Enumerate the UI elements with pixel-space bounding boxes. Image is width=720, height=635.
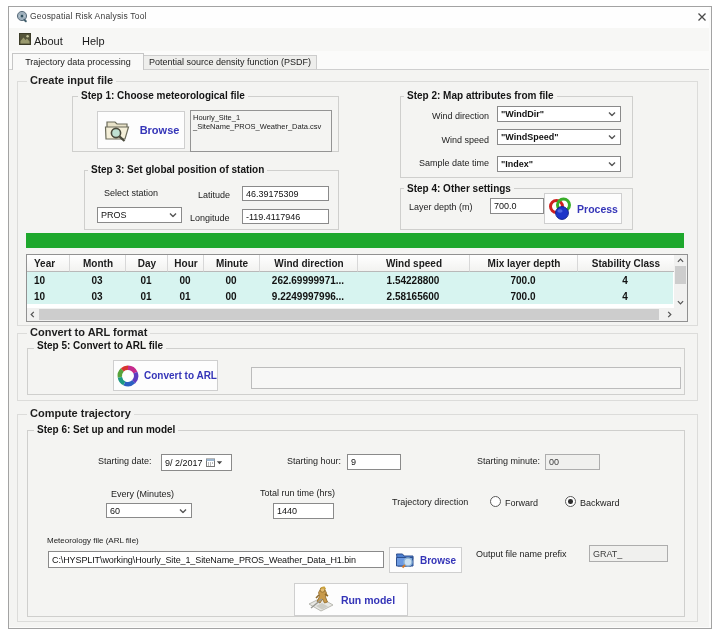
grid-cell[interactable]: 03 [69, 272, 125, 288]
window-title: Geospatial Risk Analysis Tool [30, 11, 147, 21]
grid-header-cell[interactable]: Minute [203, 255, 260, 272]
total-run-time-input[interactable]: 1440 [273, 503, 334, 519]
chevron-down-icon [608, 135, 616, 140]
grid-cell[interactable]: 00 [167, 272, 203, 288]
scroll-left-icon[interactable] [30, 311, 35, 318]
scroll-up-icon[interactable] [677, 258, 684, 263]
every-minutes-label: Every (Minutes) [111, 489, 174, 499]
grid-cell[interactable]: 00 [203, 288, 259, 304]
menu-item-about[interactable]: About [34, 35, 63, 47]
starting-minute-label: Starting minute: [477, 456, 540, 466]
calendar-icon [206, 458, 215, 467]
radio-forward[interactable] [490, 496, 501, 507]
grid-header-cell[interactable]: Wind direction [259, 255, 358, 272]
sample-date-time-combobox[interactable]: "Index" [497, 156, 621, 172]
starting-date-value: 9/ 2/2017 [165, 458, 203, 468]
tab-trajectory-data-processing[interactable]: Trajectory data processing [12, 53, 144, 70]
output-prefix-input[interactable]: GRAT_ [589, 545, 668, 562]
sample-date-time-label: Sample date time [412, 158, 489, 168]
data-grid[interactable]: YearMonthDayHourMinuteWind directionWind… [26, 254, 688, 322]
longitude-value: -119.4117946 [246, 212, 300, 222]
grid-header-cell[interactable]: Stability Class [577, 255, 674, 272]
trajectory-direction-label: Trajectory direction [392, 497, 468, 507]
step2-label: Step 2: Map attributes from file [404, 91, 557, 101]
scroll-down-icon[interactable] [677, 300, 684, 305]
longitude-input[interactable]: -119.4117946 [242, 209, 329, 224]
radio-backward[interactable] [565, 496, 576, 507]
tab-psdf[interactable]: Potential source density function (PSDF) [143, 55, 317, 69]
grid-cell[interactable]: 2.58165600 [357, 288, 469, 304]
grid-cell[interactable]: 262.69999971... [259, 272, 357, 288]
chevron-down-icon [608, 162, 616, 167]
grid-header-cell[interactable]: Day [125, 255, 168, 272]
grid-cell[interactable]: 700.0 [469, 288, 577, 304]
process-button[interactable]: Process [544, 193, 622, 224]
grid-hscrollbar[interactable] [27, 308, 675, 321]
latitude-input[interactable]: 46.39175309 [242, 186, 329, 201]
close-icon[interactable] [694, 9, 710, 25]
starting-date-picker[interactable]: 9/ 2/2017 [161, 454, 232, 471]
scroll-right-icon[interactable] [667, 311, 672, 318]
output-prefix-label: Output file name prefix [476, 549, 567, 559]
wind-speed-value: "WindSpeed" [501, 132, 558, 142]
station-value: PROS [101, 210, 127, 220]
grid-cell[interactable]: 9.2249997996... [259, 288, 357, 304]
grid-cell[interactable]: 01 [167, 288, 203, 304]
latitude-value: 46.39175309 [246, 189, 299, 199]
chevron-down-icon [179, 508, 187, 513]
group-create-input-file-label: Create input file [27, 75, 116, 86]
grid-header-cell[interactable]: Month [69, 255, 126, 272]
grid-cell[interactable]: 00 [203, 272, 259, 288]
grid-header-cell[interactable]: Mix layer depth [469, 255, 578, 272]
grid-header-cell[interactable]: Hour [167, 255, 204, 272]
menu-item-help[interactable]: Help [82, 35, 105, 47]
wind-speed-combobox[interactable]: "WindSpeed" [497, 129, 621, 145]
grid-header-cell[interactable]: Wind speed [357, 255, 470, 272]
backward-label: Backward [580, 498, 620, 508]
grid-cell[interactable]: 4 [577, 288, 673, 304]
about-icon [19, 33, 31, 45]
layer-depth-input[interactable]: 700.0 [490, 198, 544, 214]
folder-search-icon [103, 116, 135, 144]
grid-cell[interactable]: 03 [69, 288, 125, 304]
convert-arl-icon [116, 364, 140, 388]
grid-cell[interactable]: 4 [577, 272, 673, 288]
run-model-button[interactable]: Run model [294, 583, 408, 616]
process-button-label: Process [577, 203, 618, 215]
wind-speed-label: Wind speed [422, 135, 489, 145]
grid-vscroll-thumb[interactable] [675, 266, 686, 284]
latitude-label: Latitude [198, 190, 230, 200]
wind-direction-value: "WindDir" [501, 109, 544, 119]
grid-cell[interactable]: 01 [125, 288, 167, 304]
browse-button[interactable]: Browse [97, 111, 185, 149]
output-prefix-value: GRAT_ [593, 549, 622, 559]
grid-vscrollbar[interactable] [674, 255, 687, 308]
arl-browse-button[interactable]: Browse [389, 547, 462, 573]
grid-cell[interactable]: 1.54228800 [357, 272, 469, 288]
starting-hour-input[interactable]: 9 [347, 454, 401, 470]
every-minutes-combobox[interactable]: 60 [106, 503, 192, 518]
grid-hscroll-thumb[interactable] [39, 309, 659, 320]
chosen-file-label: Hourly_Site_1 _SiteName_PROS_Weather_Dat… [190, 110, 332, 152]
step4-label: Step 4: Other settings [404, 184, 514, 194]
app-icon [16, 10, 29, 23]
app-root: Geospatial Risk Analysis Tool About Help… [0, 0, 720, 635]
wind-direction-combobox[interactable]: "WindDir" [497, 106, 621, 122]
group-convert-arl-label: Convert to ARL format [27, 327, 150, 338]
convert-to-arl-button[interactable]: Convert to ARL [113, 360, 218, 391]
chevron-down-icon [608, 112, 616, 117]
meteorology-file-input[interactable]: C:\HYSPLIT\working\Hourly_Site_1_SiteNam… [48, 551, 384, 568]
station-combobox[interactable]: PROS [97, 207, 182, 223]
grid-cell[interactable]: 700.0 [469, 272, 577, 288]
step6-label: Step 6: Set up and run model [34, 425, 178, 435]
meteorology-file-label: Meteorology file (ARL file) [47, 536, 139, 545]
total-run-time-label: Total run time (hrs) [260, 488, 335, 498]
grid-cell[interactable]: 01 [125, 272, 167, 288]
chevron-down-icon [169, 213, 177, 218]
chosen-file-line1: Hourly_Site_1 [193, 113, 331, 122]
run-model-button-label: Run model [341, 594, 395, 606]
step5-label: Step 5: Convert to ARL file [34, 341, 166, 351]
starting-minute-value: 00 [549, 457, 559, 467]
forward-label: Forward [505, 498, 538, 508]
starting-minute-input[interactable]: 00 [545, 454, 600, 470]
